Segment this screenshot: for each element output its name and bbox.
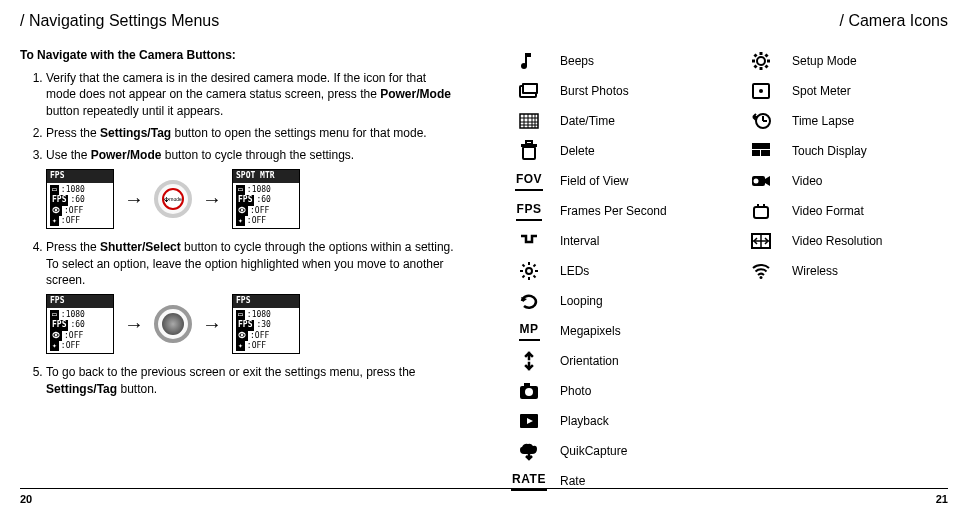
- icon-label: Video Resolution: [792, 233, 883, 250]
- icon-label: Megapixels: [560, 323, 621, 340]
- icon-column-2: Setup ModeSpot MeterTime LapseTouch Disp…: [746, 47, 948, 497]
- icon-row-interval: Interval: [514, 227, 716, 255]
- icon-label: Time Lapse: [792, 113, 854, 130]
- quikcapture-icon: [514, 439, 544, 463]
- icon-label: Date/Time: [560, 113, 615, 130]
- shutter-select-button: [154, 305, 192, 343]
- icon-row-video: Video: [746, 167, 948, 195]
- icon-label: Playback: [560, 413, 609, 430]
- icon-row-mp: MPMegapixels: [514, 317, 716, 345]
- video-icon: [746, 169, 776, 193]
- arrow-icon: →: [202, 186, 222, 213]
- icon-row-datetime: Date/Time: [514, 107, 716, 135]
- left-page-header: / Navigating Settings Menus: [20, 10, 454, 32]
- arrow-icon: →: [124, 311, 144, 338]
- looping-icon: [514, 289, 544, 313]
- step-1: Verify that the camera is in the desired…: [46, 70, 454, 119]
- icon-label: Video Format: [792, 203, 864, 220]
- playback-icon: [514, 409, 544, 433]
- icon-row-looping: Looping: [514, 287, 716, 315]
- datetime-icon: [514, 109, 544, 133]
- icon-row-touchdisplay: Touch Display: [746, 137, 948, 165]
- spotmeter-icon: [746, 79, 776, 103]
- icon-row-quikcapture: QuikCapture: [514, 437, 716, 465]
- icon-label: Beeps: [560, 53, 594, 70]
- orientation-icon: [514, 349, 544, 373]
- icon-label: Frames Per Second: [560, 203, 667, 220]
- touchdisplay-icon: [746, 139, 776, 163]
- page-number-left: 20: [20, 492, 32, 507]
- icon-row-videores: Video Resolution: [746, 227, 948, 255]
- steps-list: Verify that the camera is in the desired…: [20, 70, 454, 397]
- icon-row-beeps: Beeps: [514, 47, 716, 75]
- videoformat-icon: [746, 199, 776, 223]
- icon-row-setup: Setup Mode: [746, 47, 948, 75]
- section-title: To Navigate with the Camera Buttons:: [20, 47, 454, 64]
- icon-row-delete: Delete: [514, 137, 716, 165]
- icon-label: Wireless: [792, 263, 838, 280]
- icon-label: Burst Photos: [560, 83, 629, 100]
- icon-row-fov: FOVField of View: [514, 167, 716, 195]
- icon-table: BeepsBurst PhotosDate/TimeDeleteFOVField…: [514, 47, 948, 497]
- interval-icon: [514, 229, 544, 253]
- step-2: Press the Settings/Tag button to open th…: [46, 125, 454, 141]
- icon-row-wireless: Wireless: [746, 257, 948, 285]
- burst-icon: [514, 79, 544, 103]
- icon-label: Looping: [560, 293, 603, 310]
- icon-row-burst: Burst Photos: [514, 77, 716, 105]
- lcd-screen: FPS ▭:1080 FPS:30 ⦿:OFF ✦:OFF: [232, 294, 300, 354]
- icon-label: Field of View: [560, 173, 628, 190]
- wireless-icon: [746, 259, 776, 283]
- lcd-screen: SPOT MTR ▭:1080 FPS:60 ⦿:OFF ✦:OFF: [232, 169, 300, 229]
- icon-row-orientation: Orientation: [514, 347, 716, 375]
- lcd-screen: FPS ▭:1080 FPS:60 ⦿:OFF ✦:OFF: [46, 294, 114, 354]
- mp-icon: MP: [514, 319, 544, 343]
- page-number-right: 21: [936, 492, 948, 507]
- icon-label: Photo: [560, 383, 591, 400]
- step-3: Use the Power/Mode button to cycle throu…: [46, 147, 454, 230]
- icon-label: Delete: [560, 143, 595, 160]
- icon-label: Video: [792, 173, 822, 190]
- fov-icon: FOV: [514, 169, 544, 193]
- leds-icon: [514, 259, 544, 283]
- icon-label: Interval: [560, 233, 599, 250]
- beeps-icon: [514, 49, 544, 73]
- delete-icon: [514, 139, 544, 163]
- videores-icon: [746, 229, 776, 253]
- setup-icon: [746, 49, 776, 73]
- icon-row-spotmeter: Spot Meter: [746, 77, 948, 105]
- icon-label: Touch Display: [792, 143, 867, 160]
- arrow-icon: →: [202, 311, 222, 338]
- step-5: To go back to the previous screen or exi…: [46, 364, 454, 396]
- icon-row-leds: LEDs: [514, 257, 716, 285]
- step-4: Press the Shutter/Select button to cycle…: [46, 239, 454, 354]
- icon-row-timelapse: Time Lapse: [746, 107, 948, 135]
- figure-2: FPS ▭:1080 FPS:60 ⦿:OFF ✦:OFF → → FPS: [46, 294, 454, 354]
- icon-column-1: BeepsBurst PhotosDate/TimeDeleteFOVField…: [514, 47, 716, 497]
- icon-row-photo: Photo: [514, 377, 716, 405]
- icon-label: QuikCapture: [560, 443, 627, 460]
- right-page-header: / Camera Icons: [514, 10, 948, 32]
- figure-1: FPS ▭:1080 FPS:60 ⦿:OFF ✦:OFF → ⏻mode → …: [46, 169, 454, 229]
- timelapse-icon: [746, 109, 776, 133]
- icon-row-fps: FPSFrames Per Second: [514, 197, 716, 225]
- icon-label: Spot Meter: [792, 83, 851, 100]
- icon-row-playback: Playback: [514, 407, 716, 435]
- photo-icon: [514, 379, 544, 403]
- arrow-icon: →: [124, 186, 144, 213]
- icon-row-videoformat: Video Format: [746, 197, 948, 225]
- power-mode-button: ⏻mode: [154, 180, 192, 218]
- icon-label: Setup Mode: [792, 53, 857, 70]
- icon-label: Orientation: [560, 353, 619, 370]
- lcd-screen: FPS ▭:1080 FPS:60 ⦿:OFF ✦:OFF: [46, 169, 114, 229]
- fps-icon: FPS: [514, 199, 544, 223]
- icon-label: LEDs: [560, 263, 589, 280]
